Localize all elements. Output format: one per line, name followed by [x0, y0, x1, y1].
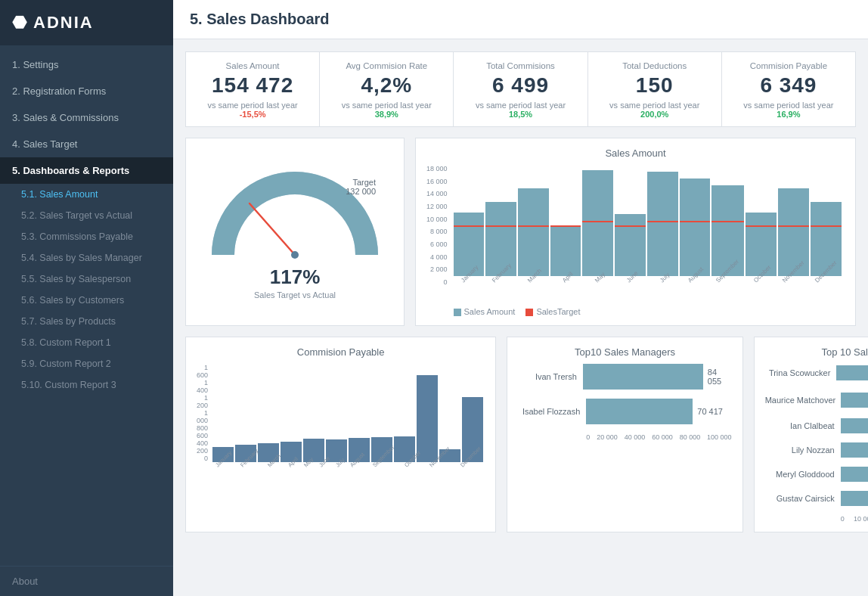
about-link[interactable]: About — [0, 566, 173, 596]
kpi-label-2: Total Commisions — [466, 61, 575, 70]
sidebar-item-sales-commissions[interactable]: 3. Sales & Commissions — [0, 104, 173, 131]
kpi-compare-3: vs same period last year 200,0% — [600, 101, 709, 119]
bar-col: February — [485, 202, 516, 286]
commission-chart-inner: 02004006008001 0001 2001 4001 600 Januar… — [197, 364, 485, 470]
salesperson-bar — [841, 393, 868, 408]
logo-icon: ⬣ — [12, 13, 26, 33]
target-line — [454, 225, 485, 227]
y-label: 1 400 — [197, 379, 208, 394]
x-label: 0 — [586, 433, 590, 441]
y-label: 1 600 — [197, 364, 208, 379]
sidebar-subitem-custom-report-2[interactable]: 5.9. Custom Report 2 — [0, 353, 173, 374]
kpi-compare-text-1: vs same period last year — [342, 101, 432, 110]
bar — [550, 225, 581, 276]
kpi-sales-amount: Sales Amount 154 472 vs same period last… — [186, 52, 320, 126]
salesperson-bar — [836, 365, 868, 380]
manager-bar-row: Isabel Flozzash 70 417 — [518, 399, 731, 424]
y-label: 1 200 — [197, 394, 208, 409]
manager-bar — [586, 399, 693, 424]
bar — [615, 214, 646, 276]
y-label: 200 — [197, 447, 208, 455]
sidebar-subitem-sales-by-customers[interactable]: 5.6. Sales by Customers — [0, 290, 173, 311]
y-label: 6 000 — [426, 241, 448, 248]
kpi-value-1: 4,2% — [332, 73, 441, 98]
bar-col: June — [615, 214, 646, 286]
kpi-commission-payable: Commision Payable 6 349 vs same period l… — [722, 52, 855, 126]
sales-amount-chart: Sales Amount 02 0004 0006 0008 00010 000… — [415, 138, 856, 326]
kpi-label-4: Commision Payable — [734, 61, 843, 70]
sidebar-subitem-commissions-payable[interactable]: 5.3. Commissions Payable — [0, 226, 173, 247]
salesperson-name: Lily Nozzan — [765, 445, 841, 455]
kpi-compare-text-4: vs same period last year — [743, 101, 833, 110]
target-line — [680, 221, 711, 222]
logo-area: ⬣ ADNIA — [0, 0, 173, 45]
top10-salesperson-chart: Top 10 Salesperson Trina Scowucker 31 17… — [754, 337, 868, 532]
kpi-avg-commission: Avg Commision Rate 4,2% vs same period l… — [320, 52, 454, 126]
sidebar-item-sales-target[interactable]: 4. Sales Target — [0, 131, 173, 157]
target-line — [811, 225, 842, 227]
kpi-label-1: Avg Commision Rate — [332, 61, 441, 70]
manager-bar — [583, 364, 703, 390]
sidebar-subitem-custom-report-3[interactable]: 5.10. Custom Report 3 — [0, 374, 173, 396]
sidebar-item-dashboards-reports[interactable]: 5. Dashboards & Reports — [0, 157, 173, 184]
sidebar-subitem-sales-target-vs-actual[interactable]: 5.2. Sales Target vs Actual — [0, 205, 173, 226]
sales-y-axis: 02 0004 0006 0008 00010 00012 00014 0001… — [426, 165, 451, 286]
kpi-value-0: 154 472 — [198, 73, 307, 98]
sidebar-subitem-sales-by-products[interactable]: 5.7. Sales by Products — [0, 311, 173, 332]
sidebar-item-registration-forms[interactable]: 2. Registration Forms — [0, 78, 173, 104]
kpi-change-1: 38,9% — [375, 110, 398, 119]
bar — [746, 213, 777, 276]
y-label: 0 — [197, 455, 208, 462]
x-label: 10 000 — [854, 515, 868, 523]
kpi-compare-text-2: vs same period last year — [476, 101, 566, 110]
gauge-chart: Target 132 000 117% Sales Target vs Act — [185, 138, 405, 326]
legend-target: SalesTarget — [525, 307, 580, 316]
x-label: 20 000 — [597, 433, 618, 441]
commission-bar-labels: JanuaryFebruaryMarchAprilMayJuneJulyAugu… — [211, 464, 485, 470]
kpi-total-commissions: Total Commisions 6 499 vs same period la… — [454, 52, 587, 126]
y-label: 14 000 — [426, 190, 448, 197]
sidebar-subitem-sales-by-manager[interactable]: 5.4. Sales by Sales Manager — [0, 247, 173, 269]
kpi-value-3: 150 — [600, 73, 709, 98]
sidebar: ⬣ ADNIA 1. Settings 2. Registration Form… — [0, 0, 173, 596]
commission-y-axis: 02004006008001 0001 2001 4001 600 — [197, 364, 211, 462]
managers-x-labels: 020 00040 00060 00080 000100 000 — [518, 433, 731, 441]
dashboard-body: Sales Amount 154 472 vs same period last… — [173, 39, 868, 545]
sales-legend: Sales Amount SalesTarget — [451, 307, 845, 316]
managers-chart-title: Top10 Sales Managers — [518, 346, 731, 358]
salesperson-bar-row: Lily Nozzan 24 066 — [765, 442, 868, 458]
y-label: 12 000 — [426, 203, 448, 210]
bar — [454, 213, 485, 276]
bar-col: April — [550, 225, 581, 286]
sidebar-subitem-sales-by-salesperson[interactable]: 5.5. Sales by Salesperson — [0, 269, 173, 290]
bar — [582, 170, 613, 276]
kpi-total-deductions: Total Deductions 150 vs same period last… — [588, 52, 722, 126]
y-label: 1 000 — [197, 409, 208, 424]
y-label: 4 000 — [426, 253, 448, 261]
kpi-compare-1: vs same period last year 38,9% — [332, 101, 441, 119]
bar-col: January — [454, 213, 485, 286]
sidebar-subitem-custom-report-1[interactable]: 5.8. Custom Report 1 — [0, 332, 173, 353]
salesperson-bar — [841, 442, 868, 458]
salesperson-bar-row: Ian Clalbeat 27 542 — [765, 418, 868, 433]
commission-bar — [417, 375, 438, 462]
main-content: 5. Sales Dashboard Sales Amount 154 472 … — [173, 0, 868, 596]
y-label: 16 000 — [426, 178, 448, 185]
sidebar-item-settings[interactable]: 1. Settings — [0, 51, 173, 78]
salesperson-name: Maurice Matchover — [765, 396, 841, 405]
y-label: 0 — [426, 278, 448, 286]
page-title: 5. Sales Dashboard — [173, 0, 868, 39]
y-label: 2 000 — [426, 265, 448, 273]
commission-payable-chart: Commision Payable 02004006008001 0001 20… — [185, 337, 496, 532]
target-line — [746, 225, 777, 227]
kpi-compare-2: vs same period last year 18,5% — [466, 101, 575, 119]
kpi-label-3: Total Deductions — [600, 61, 709, 70]
salesperson-bar-row: Maurice Matchover 28 868 — [765, 391, 868, 409]
salesperson-name: Trina Scowucker — [765, 368, 837, 377]
sidebar-subitem-sales-amount[interactable]: 5.1. Sales Amount — [0, 184, 173, 205]
charts-row-1: Target 132 000 117% Sales Target vs Act — [185, 138, 856, 326]
kpi-change-0: -15,5% — [240, 110, 266, 119]
bar — [680, 178, 711, 276]
salesperson-name: Gustav Cairsick — [765, 494, 841, 503]
target-line — [778, 225, 809, 227]
